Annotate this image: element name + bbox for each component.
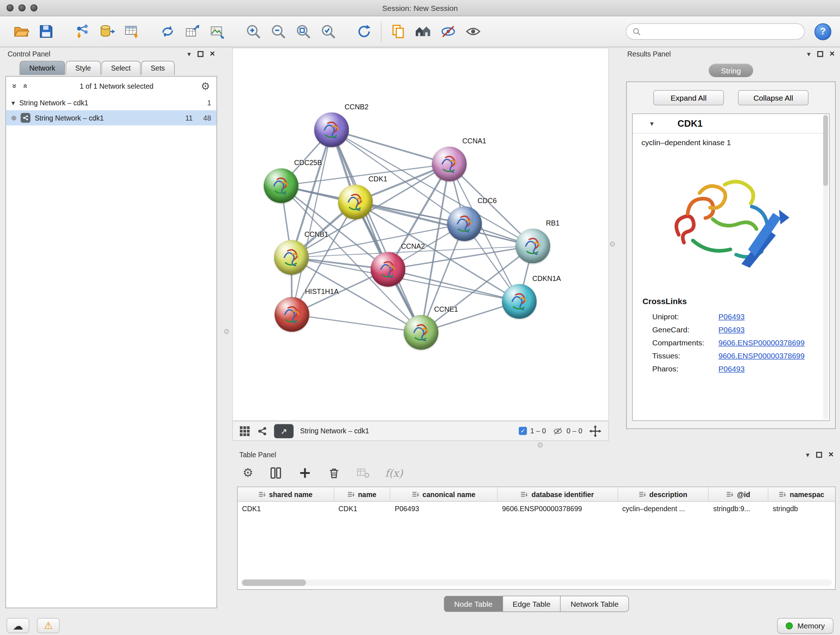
column-header[interactable]: database identifier bbox=[498, 487, 618, 501]
crosslink-link[interactable]: P06493 bbox=[718, 364, 745, 373]
close-window-button[interactable] bbox=[6, 4, 14, 11]
results-panel-collapse-icon[interactable]: ▾ bbox=[807, 50, 811, 57]
memory-button[interactable]: Memory bbox=[777, 618, 834, 633]
search-box[interactable] bbox=[626, 24, 805, 40]
table-cell[interactable]: CDK1 bbox=[334, 502, 391, 516]
zoom-selected-button[interactable] bbox=[316, 19, 341, 44]
tab-select[interactable]: Select bbox=[101, 61, 141, 75]
open-in-new-window-button[interactable]: ↗ bbox=[274, 424, 294, 438]
crosslink-link[interactable]: P06493 bbox=[718, 312, 745, 321]
table-row[interactable]: CDK1 CDK1 P06493 9606.ENSP00000378699 cy… bbox=[238, 502, 835, 516]
network-node-ccne1[interactable] bbox=[404, 315, 439, 350]
results-scrollbar[interactable] bbox=[823, 115, 829, 419]
table-cell[interactable]: cyclin–dependent ... bbox=[618, 502, 709, 516]
new-network-from-table-button[interactable] bbox=[180, 19, 205, 44]
tab-style[interactable]: Style bbox=[65, 61, 101, 75]
table-cell[interactable]: CDK1 bbox=[238, 502, 334, 516]
help-button[interactable]: ? bbox=[815, 23, 832, 40]
zoom-window-button[interactable] bbox=[30, 4, 38, 11]
tab-edge-table[interactable]: Edge Table bbox=[502, 596, 560, 612]
open-session-button[interactable] bbox=[9, 19, 34, 44]
column-header[interactable]: name bbox=[334, 487, 391, 501]
table-horizontal-scrollbar[interactable] bbox=[241, 580, 832, 586]
cloud-status-button[interactable]: ☁ bbox=[6, 618, 29, 633]
tab-node-table[interactable]: Node Table bbox=[444, 596, 502, 612]
crosslink-link[interactable]: 9606.ENSP00000378699 bbox=[718, 339, 805, 347]
column-header[interactable]: namespac bbox=[768, 487, 835, 501]
crosslink-link[interactable]: 9606.ENSP00000378699 bbox=[718, 352, 805, 360]
network-node-cdkn1a[interactable] bbox=[502, 284, 537, 319]
zoom-in-button[interactable] bbox=[241, 19, 266, 44]
table-panel-maximize-icon[interactable] bbox=[816, 451, 822, 458]
column-header[interactable]: canonical name bbox=[390, 487, 497, 501]
control-panel-maximize-icon[interactable] bbox=[197, 51, 203, 57]
table-panel-collapse-icon[interactable]: ▾ bbox=[806, 451, 810, 458]
zoom-fit-button[interactable] bbox=[291, 19, 316, 44]
collapse-all-button[interactable]: Collapse All bbox=[738, 90, 808, 105]
results-panel-close-icon[interactable]: × bbox=[829, 50, 835, 58]
control-panel-collapse-icon[interactable]: ▾ bbox=[187, 50, 191, 57]
share-network-icon[interactable] bbox=[257, 425, 268, 436]
crosslink-link[interactable]: P06493 bbox=[718, 325, 745, 334]
table-options-gear-icon[interactable]: ⚙ bbox=[243, 466, 254, 480]
tab-sets[interactable]: Sets bbox=[141, 61, 175, 75]
save-session-button[interactable] bbox=[34, 19, 58, 44]
warnings-button[interactable]: ⚠ bbox=[37, 618, 60, 633]
column-header[interactable]: shared name bbox=[238, 487, 334, 501]
table-panel-close-icon[interactable]: × bbox=[829, 450, 834, 459]
create-column-plus-icon[interactable] bbox=[298, 466, 312, 480]
entry-collapse-icon[interactable]: ▾ bbox=[650, 120, 654, 127]
import-network-button[interactable] bbox=[69, 19, 95, 44]
string-tab-badge[interactable]: String bbox=[709, 64, 753, 78]
collapse-all-networks-icon[interactable]: » bbox=[10, 84, 19, 88]
tab-network-table[interactable]: Network Table bbox=[561, 596, 629, 612]
network-collection-row[interactable]: ▾ String Network – cdk1 1 bbox=[6, 95, 217, 111]
network-node-ccna1[interactable] bbox=[432, 147, 467, 181]
tab-network[interactable]: Network bbox=[19, 61, 65, 75]
checkbox-icon[interactable]: ✓ bbox=[519, 427, 527, 435]
network-node-ccnb2[interactable] bbox=[314, 112, 349, 147]
network-node-rb1[interactable] bbox=[515, 229, 550, 264]
column-header[interactable]: description bbox=[618, 487, 709, 501]
title-bar[interactable]: Session: New Session bbox=[0, 0, 840, 16]
collection-expand-icon[interactable]: ▾ bbox=[11, 99, 15, 106]
network-node-ccna2[interactable] bbox=[371, 252, 406, 287]
expand-all-networks-icon[interactable]: » bbox=[20, 84, 30, 88]
network-node-ccnb1[interactable] bbox=[274, 240, 309, 275]
network-node-hist1h1a[interactable] bbox=[275, 297, 309, 332]
network-node-cdc6[interactable] bbox=[447, 206, 482, 241]
network-node-cdk1[interactable] bbox=[338, 185, 373, 219]
import-network-from-database-button[interactable] bbox=[95, 19, 119, 44]
pan-move-icon[interactable] bbox=[589, 424, 602, 437]
network-row[interactable]: String Network – cdk1 11 48 bbox=[6, 111, 217, 126]
network-node-cdc25b[interactable] bbox=[264, 168, 298, 203]
show-columns-icon[interactable] bbox=[268, 466, 283, 480]
table-cell[interactable]: stringdb:9... bbox=[709, 502, 769, 516]
duplicate-network-button[interactable] bbox=[386, 19, 411, 44]
refresh-layout-button[interactable] bbox=[352, 19, 377, 44]
results-scrollbar-thumb[interactable] bbox=[823, 115, 829, 186]
network-canvas[interactable]: CCNB2CCNA1CDC25BCDK1CDC6RB1CCNB1CCNA2CDK… bbox=[232, 48, 609, 421]
import-table-button[interactable] bbox=[119, 19, 144, 44]
table-cell[interactable]: 9606.ENSP00000378699 bbox=[498, 502, 618, 516]
network-overview-button[interactable] bbox=[411, 19, 436, 44]
zoom-out-button[interactable] bbox=[266, 19, 291, 44]
column-header[interactable]: @id bbox=[709, 487, 769, 501]
hide-selected-button[interactable] bbox=[436, 19, 461, 44]
results-panel-maximize-icon[interactable] bbox=[817, 51, 823, 57]
search-input[interactable] bbox=[645, 27, 798, 36]
delete-column-trash-icon[interactable] bbox=[327, 466, 341, 480]
show-hidden-button[interactable] bbox=[461, 19, 486, 44]
expand-all-button[interactable]: Expand All bbox=[653, 90, 724, 105]
left-splitter-handle[interactable] bbox=[224, 329, 229, 334]
minimize-window-button[interactable] bbox=[19, 4, 26, 11]
table-cell[interactable]: P06493 bbox=[390, 502, 497, 516]
network-options-gear-icon[interactable]: ⚙ bbox=[201, 80, 210, 92]
right-splitter-handle[interactable] bbox=[610, 242, 615, 247]
new-network-button[interactable] bbox=[155, 19, 180, 44]
bottom-splitter-handle[interactable] bbox=[538, 443, 543, 448]
birds-eye-view-icon[interactable] bbox=[240, 425, 250, 436]
control-panel-close-icon[interactable]: × bbox=[210, 50, 215, 58]
table-scrollbar-thumb[interactable] bbox=[242, 580, 306, 586]
export-image-button[interactable] bbox=[205, 19, 230, 44]
